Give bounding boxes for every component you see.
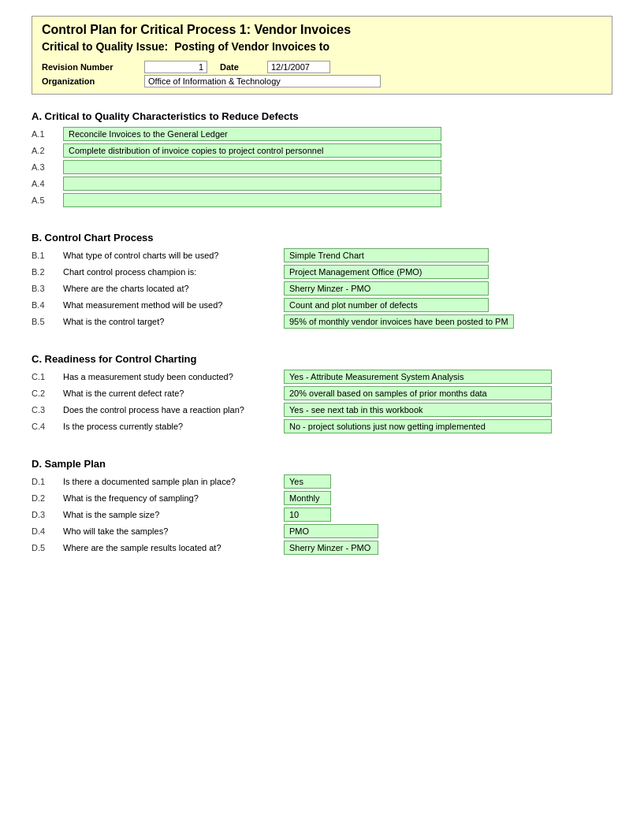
row-answer: 10 xyxy=(284,508,331,522)
row-id: D.4 xyxy=(32,526,63,536)
list-item: A.2 Complete distribution of invoice cop… xyxy=(32,143,612,158)
list-item: B.3 Where are the charts located at? She… xyxy=(32,281,612,296)
section-a-title: A. Critical to Quality Characteristics t… xyxy=(32,110,612,122)
row-question: Has a measurement study been conducted? xyxy=(63,372,284,381)
org-row: Organization Office of Information & Tec… xyxy=(42,75,602,87)
list-item: B.2 Chart control process champion is: P… xyxy=(32,265,612,279)
list-item: C.3 Does the control process have a reac… xyxy=(32,403,612,417)
list-item: A.1 Reconcile Invoices to the General Le… xyxy=(32,127,612,141)
row-answer: Yes - Attribute Measurement System Analy… xyxy=(284,370,552,384)
row-question: Is there a documented sample plan in pla… xyxy=(63,477,284,486)
section-d: D. Sample Plan D.1 Is there a documented… xyxy=(32,458,612,555)
row-id: B.3 xyxy=(32,284,63,293)
list-item: D.3 What is the sample size? 10 xyxy=(32,508,612,522)
row-question: What is the current defect rate? xyxy=(63,389,284,398)
row-id: B.4 xyxy=(32,300,63,310)
section-a-rows: A.1 Reconcile Invoices to the General Le… xyxy=(32,127,612,207)
row-answer: Simple Trend Chart xyxy=(284,248,489,262)
row-question: Where are the sample results located at? xyxy=(63,543,284,552)
section-b: B. Control Chart Process B.1 What type o… xyxy=(32,232,612,329)
row-question: What type of control charts will be used… xyxy=(63,251,284,260)
section-d-title: D. Sample Plan xyxy=(32,458,612,470)
section-a: A. Critical to Quality Characteristics t… xyxy=(32,110,612,207)
row-question: Is the process currently stable? xyxy=(63,422,284,431)
list-item: D.5 Where are the sample results located… xyxy=(32,541,612,555)
list-item: D.4 Who will take the samples? PMO xyxy=(32,524,612,538)
row-id: A.4 xyxy=(32,179,63,188)
section-d-rows: D.1 Is there a documented sample plan in… xyxy=(32,474,612,555)
ctq-answer xyxy=(63,193,441,207)
row-answer: No - project solutions just now getting … xyxy=(284,419,552,433)
list-item: A.4 xyxy=(32,177,612,191)
revision-value: 1 xyxy=(144,61,207,73)
ctq-answer: Complete distribution of invoice copies … xyxy=(63,143,441,158)
row-id: C.4 xyxy=(32,422,63,431)
row-answer: Yes xyxy=(284,474,331,489)
row-answer: Monthly xyxy=(284,491,331,505)
row-id: B.5 xyxy=(32,317,63,326)
list-item: C.1 Has a measurement study been conduct… xyxy=(32,370,612,384)
row-question: What is the control target? xyxy=(63,317,284,326)
row-question: Who will take the samples? xyxy=(63,526,284,536)
section-c-rows: C.1 Has a measurement study been conduct… xyxy=(32,370,612,433)
page-title: Control Plan for Critical Process 1: Ven… xyxy=(42,23,602,37)
list-item: A.3 xyxy=(32,160,612,174)
list-item: B.1 What type of control charts will be … xyxy=(32,248,612,262)
row-id: D.2 xyxy=(32,493,63,503)
section-b-title: B. Control Chart Process xyxy=(32,232,612,244)
org-label: Organization xyxy=(42,76,144,86)
row-answer: Sherry Minzer - PMO xyxy=(284,281,489,296)
row-id: C.3 xyxy=(32,405,63,415)
list-item: C.2 What is the current defect rate? 20%… xyxy=(32,386,612,400)
row-question: What measurement method will be used? xyxy=(63,300,284,310)
section-b-rows: B.1 What type of control charts will be … xyxy=(32,248,612,329)
row-id: D.3 xyxy=(32,510,63,519)
list-item: B.4 What measurement method will be used… xyxy=(32,298,612,312)
header-box: Control Plan for Critical Process 1: Ven… xyxy=(32,16,612,95)
row-id: C.2 xyxy=(32,389,63,398)
row-answer: 95% of monthly vendor invoices have been… xyxy=(284,314,514,329)
date-label: Date xyxy=(220,62,267,72)
row-question: Where are the charts located at? xyxy=(63,284,284,293)
row-answer: Yes - see next tab in this workbook xyxy=(284,403,552,417)
row-answer: PMO xyxy=(284,524,378,538)
row-id: B.2 xyxy=(32,267,63,277)
revision-row: Revision Number 1 Date 12/1/2007 xyxy=(42,61,602,73)
row-question: Does the control process have a reaction… xyxy=(63,405,284,415)
row-id: D.5 xyxy=(32,543,63,552)
date-value: 12/1/2007 xyxy=(267,61,330,73)
row-question: What is the frequency of sampling? xyxy=(63,493,284,503)
row-answer: 20% overall based on samples of prior mo… xyxy=(284,386,552,400)
list-item: C.4 Is the process currently stable? No … xyxy=(32,419,612,433)
org-value: Office of Information & Technology xyxy=(144,75,381,87)
list-item: A.5 xyxy=(32,193,612,207)
row-id: A.3 xyxy=(32,162,63,172)
row-id: A.5 xyxy=(32,195,63,205)
row-id: A.2 xyxy=(32,146,63,155)
header-subtitle: Critical to Quality Issue: xyxy=(42,40,168,53)
ctq-answer: Reconcile Invoices to the General Ledger xyxy=(63,127,441,141)
list-item: D.1 Is there a documented sample plan in… xyxy=(32,474,612,489)
section-c: C. Readiness for Control Charting C.1 Ha… xyxy=(32,353,612,433)
row-id: D.1 xyxy=(32,477,63,486)
row-question: What is the sample size? xyxy=(63,510,284,519)
row-id: C.1 xyxy=(32,372,63,381)
revision-label: Revision Number xyxy=(42,62,144,72)
row-question: Chart control process champion is: xyxy=(63,267,284,277)
row-answer: Project Management Office (PMO) xyxy=(284,265,489,279)
list-item: D.2 What is the frequency of sampling? M… xyxy=(32,491,612,505)
row-answer: Sherry Minzer - PMO xyxy=(284,541,378,555)
ctq-answer xyxy=(63,160,441,174)
ctq-answer xyxy=(63,177,441,191)
section-c-title: C. Readiness for Control Charting xyxy=(32,353,612,365)
row-id: B.1 xyxy=(32,251,63,260)
ctq-value: Posting of Vendor Invoices to xyxy=(174,40,329,53)
list-item: B.5 What is the control target? 95% of m… xyxy=(32,314,612,329)
row-id: A.1 xyxy=(32,129,63,139)
row-answer: Count and plot number of defects xyxy=(284,298,489,312)
